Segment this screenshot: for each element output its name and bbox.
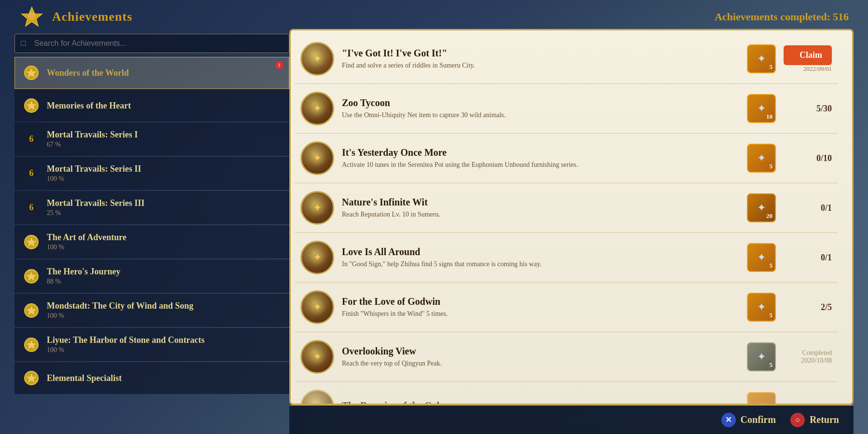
achievement-badge-1: ✦ (300, 92, 334, 125)
achievement-desc-0: Find and solve a series of riddles in Su… (342, 61, 739, 70)
medal-icon-wonders (23, 64, 40, 81)
header-left: Achievements (19, 4, 133, 29)
sidebar-item-percent-mortal3: 25 % (47, 209, 61, 217)
sidebar-item-mortal1[interactable]: 6 Mortal Travails: Series I 67 % (14, 122, 289, 156)
sidebar-item-name-adventure: The Art of Adventure (47, 232, 281, 243)
achievement-points-num-4: 5 (770, 262, 773, 270)
sidebar-item-adventure[interactable]: The Art of Adventure 100 % (14, 225, 289, 258)
achievement-name-0: "I've Got It! I've Got It!" (342, 48, 739, 59)
medal-icon-liyue (23, 336, 40, 353)
sidebar-item-name-elemental: Elemental Specialist (47, 373, 281, 383)
achievement-progress-2: 0/10 (784, 153, 832, 163)
medal-icon-mortal1: 6 (23, 131, 40, 148)
achievement-points-2: ✦ 5 (747, 144, 776, 173)
sidebar-item-text-hero: The Hero's Journey 88 % (47, 267, 281, 285)
search-input[interactable] (14, 34, 289, 53)
achievement-desc-3: Reach Reputation Lv. 10 in Sumeru. (342, 210, 739, 219)
sidebar-item-name-mondstadt: Mondstadt: The City of Wind and Song (47, 301, 281, 311)
claim-button[interactable]: Claim (784, 45, 832, 65)
sidebar-item-wonders[interactable]: ► Wonders of the World ! (14, 57, 289, 89)
achievement-progress-4: 0/1 (784, 253, 832, 263)
achievement-progress-3: 0/1 (784, 203, 832, 213)
sidebar-item-text-mortal3: Mortal Travails: Series III 25 % (47, 198, 281, 217)
search-bar[interactable]: ☐ (14, 34, 289, 53)
achievement-name-6: Overlooking View (342, 346, 739, 357)
achievement-points-0: ✦ 5 (747, 44, 776, 73)
achievement-desc-2: Activate 10 tunes in the Serenitea Pot u… (342, 160, 739, 170)
achievement-name-7: The Remains of the Gale (342, 400, 739, 404)
achievement-date-0: 2022/09/01 (784, 65, 832, 73)
sidebar-item-name-memories: Memories of the Heart (47, 101, 281, 111)
achievement-status-2: 0/10 (784, 153, 832, 163)
achievement-points-7: ✦ 5 (747, 392, 776, 404)
return-label: Return (810, 414, 839, 425)
achievement-status-0[interactable]: Claim 2022/09/01 (784, 45, 832, 73)
sidebar-item-percent-adventure: 100 % (47, 244, 64, 251)
sidebar-item-liyue[interactable]: Liyue: The Harbor of Stone and Contracts… (14, 328, 289, 361)
medal-icon-mondstadt (23, 302, 40, 319)
achievement-row-6: ✦ Overlooking View Reach the very top of… (295, 332, 838, 382)
achievement-points-6: ✦ 5 (747, 342, 776, 371)
sidebar-item-name-wonders: Wonders of the World (47, 68, 281, 78)
x-icon: ✕ (721, 413, 736, 427)
achievement-desc-4: In "Good Sign," help Zhihua find 5 signs… (342, 259, 739, 269)
sidebar-item-name-liyue: Liyue: The Harbor of Stone and Contracts (47, 335, 281, 345)
achievement-list[interactable]: ✦ "I've Got It! I've Got It!" Find and s… (291, 30, 852, 404)
sidebar-item-percent-mortal1: 67 % (47, 141, 61, 148)
achievements-completed: Achievements completed: 516 (715, 11, 849, 23)
achievement-info-0: "I've Got It! I've Got It!" Find and sol… (342, 48, 739, 70)
sidebar-item-mortal2[interactable]: 6 Mortal Travails: Series II 100 % (14, 157, 289, 190)
medal-icon-memories (23, 97, 40, 114)
sidebar-item-percent-liyue: 100 % (47, 346, 64, 353)
sidebar-item-percent-mondstadt: 100 % (47, 312, 64, 319)
achievement-badge-4: ✦ (300, 241, 334, 274)
medal-icon-mortal2: 6 (23, 165, 40, 182)
medal-icon-adventure (23, 233, 40, 251)
achievement-row-0: ✦ "I've Got It! I've Got It!" Find and s… (295, 34, 838, 84)
sidebar-item-name-mortal2: Mortal Travails: Series II (47, 164, 281, 174)
achievement-badge-7: ✦ (300, 390, 334, 404)
sidebar-list: ► Wonders of the World ! Memories (14, 57, 289, 394)
sidebar-item-hero[interactable]: The Hero's Journey 88 % (14, 259, 289, 293)
sidebar-item-text-elemental: Elemental Specialist (47, 373, 281, 383)
sidebar: ☐ ► Wonders of the World ! (14, 34, 289, 434)
achievement-row-1: ✦ Zoo Tycoon Use the Omni-Ubiquity Net i… (295, 84, 838, 134)
sidebar-item-mortal3[interactable]: 6 Mortal Travails: Series III 25 % (14, 191, 289, 224)
achievement-progress-1: 5/30 (784, 104, 832, 114)
achievement-info-6: Overlooking View Reach the very top of Q… (342, 346, 739, 368)
sidebar-item-name-hero: The Hero's Journey (47, 267, 281, 277)
achievement-info-1: Zoo Tycoon Use the Omni-Ubiquity Net ite… (342, 97, 739, 120)
achievement-status-4: 0/1 (784, 253, 832, 263)
achievement-row-2: ✦ It's Yesterday Once More Activate 10 t… (295, 134, 838, 183)
achievement-points-num-6: 5 (770, 361, 773, 369)
medal-icon-elemental (23, 369, 40, 387)
medal-icon-mortal3: 6 (23, 199, 40, 217)
medal-icon-hero (23, 268, 40, 285)
achievement-completed-6: Completed 2020/10/08 (784, 349, 832, 365)
achievement-info-3: Nature's Infinite Wit Reach Reputation L… (342, 197, 739, 219)
svg-point-1 (28, 12, 36, 20)
achievement-points-4: ✦ 5 (747, 243, 776, 272)
sidebar-item-elemental[interactable]: Elemental Specialist (14, 362, 289, 394)
achievement-info-5: For the Love of Godwin Finish "Whispers … (342, 296, 739, 319)
sidebar-item-memories[interactable]: Memories of the Heart (14, 90, 289, 122)
sidebar-item-text-mortal2: Mortal Travails: Series II 100 % (47, 164, 281, 183)
achievement-badge-3: ✦ (300, 191, 334, 225)
sidebar-item-name-mortal3: Mortal Travails: Series III (47, 198, 281, 208)
achievement-badge-2: ✦ (300, 141, 334, 175)
sidebar-item-text-memories: Memories of the Heart (47, 101, 281, 111)
sidebar-item-mondstadt[interactable]: Mondstadt: The City of Wind and Song 100… (14, 294, 289, 327)
o-icon: ○ (790, 413, 805, 427)
achievement-badge-6: ✦ (300, 340, 334, 374)
achievement-points-num-0: 5 (770, 63, 773, 71)
achievement-badge-0: ✦ (300, 42, 334, 76)
search-icon: ☐ (20, 40, 27, 48)
achievement-row-3: ✦ Nature's Infinite Wit Reach Reputation… (295, 183, 838, 233)
achievement-info-4: Love Is All Around In "Good Sign," help … (342, 246, 739, 269)
achievement-name-4: Love Is All Around (342, 246, 739, 258)
confirm-button[interactable]: ✕ Confirm (721, 413, 776, 427)
achievement-badge-5: ✦ (300, 290, 334, 324)
achievement-name-2: It's Yesterday Once More (342, 147, 739, 158)
return-button[interactable]: ○ Return (790, 413, 839, 427)
achievement-desc-6: Reach the very top of Qingyun Peak. (342, 359, 739, 368)
